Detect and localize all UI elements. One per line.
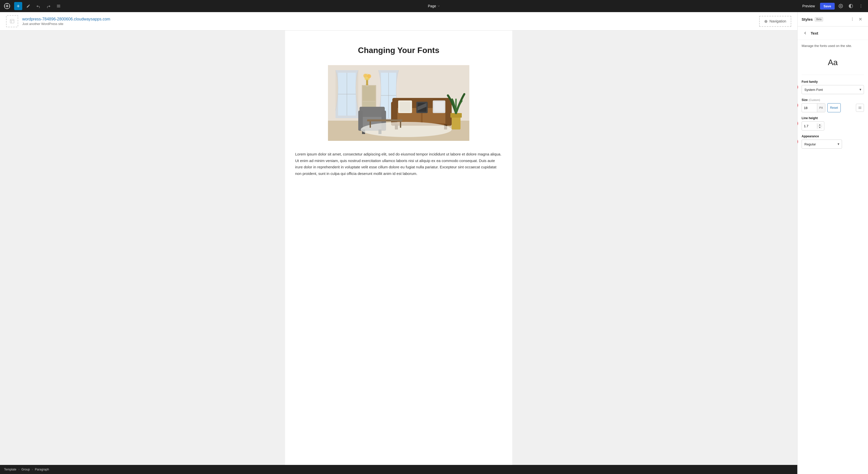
svg-point-52: [852, 18, 852, 18]
svg-rect-35: [400, 102, 410, 112]
list-view-button[interactable]: [55, 2, 63, 10]
svg-point-25: [367, 74, 371, 78]
panel-description: Manage the fonts used on the site.: [802, 44, 864, 48]
svg-point-46: [361, 122, 452, 137]
appearance-field: 4 Appearance Regular ▼: [802, 134, 864, 149]
page-content: Changing Your Fonts: [285, 31, 512, 465]
settings-button[interactable]: [837, 2, 845, 10]
spin-buttons: ▲ ▼: [817, 123, 822, 129]
svg-rect-18: [363, 86, 375, 101]
add-block-button[interactable]: [14, 2, 22, 10]
font-preview: Aa: [802, 53, 864, 75]
breadcrumb-bar: Template › Group › Paragraph: [0, 465, 797, 474]
svg-rect-6: [10, 20, 14, 23]
svg-point-4: [861, 6, 861, 6]
svg-rect-49: [400, 121, 401, 128]
post-body-text: Lorem ipsum dolor sit amet, consectetur …: [295, 151, 502, 177]
site-info: wordpress-784896-2800606.cloudwaysapps.c…: [22, 17, 755, 26]
line-height-field: 3 Line height ▲ ▼: [802, 116, 864, 130]
appearance-select[interactable]: Regular: [802, 139, 842, 149]
reset-button[interactable]: Reset: [827, 103, 841, 112]
canvas-area: wordpress-784896-2800606.cloudwaysapps.c…: [0, 12, 797, 474]
size-input-wrap: PX: [802, 103, 825, 112]
panel-header: Styles Beta: [798, 12, 868, 27]
panel-subnav: Text: [798, 27, 868, 40]
appearance-label: Appearance: [802, 134, 864, 138]
breadcrumb-sep-2: ›: [32, 468, 33, 471]
spin-up-button[interactable]: ▲: [817, 123, 822, 126]
navigation-label: Navigation: [770, 19, 786, 23]
size-row: PX Reset: [802, 103, 864, 112]
site-url[interactable]: wordpress-784896-2800606.cloudwaysapps.c…: [22, 17, 755, 22]
svg-point-5: [861, 7, 861, 7]
svg-rect-50: [452, 116, 461, 129]
navigation-icon: ⊕: [764, 19, 768, 24]
more-options-button[interactable]: [857, 2, 865, 10]
font-preview-text: Aa: [828, 58, 838, 67]
toolbar-right: Preview Save: [799, 2, 865, 10]
breadcrumb-template[interactable]: Template: [4, 468, 17, 471]
line-height-label: Line height: [802, 116, 864, 120]
badge-3: 3: [798, 120, 798, 127]
main-toolbar: Page Preview Save: [0, 0, 868, 12]
panel-body: Manage the fonts used on the site. Aa 1 …: [798, 40, 868, 474]
undo-button[interactable]: [34, 2, 42, 10]
svg-rect-47: [367, 119, 402, 121]
svg-point-3: [861, 4, 861, 5]
save-button[interactable]: Save: [820, 3, 835, 9]
font-family-select-wrapper: System Font ▼: [802, 85, 864, 94]
site-tagline: Just another WordPress site: [22, 22, 755, 26]
svg-point-53: [852, 19, 852, 20]
svg-rect-39: [434, 102, 444, 112]
badge-1: 1: [798, 84, 798, 91]
styles-panel: Styles Beta Text Manage the fonts used o…: [797, 12, 868, 474]
font-family-select[interactable]: System Font: [802, 85, 864, 94]
svg-point-1: [6, 5, 8, 7]
site-header: wordpress-784896-2800606.cloudwaysapps.c…: [0, 12, 797, 31]
size-custom: (Custom): [809, 98, 820, 101]
breadcrumb-paragraph[interactable]: Paragraph: [35, 468, 49, 471]
navigation-block[interactable]: ⊕ Navigation: [759, 16, 791, 27]
line-height-input[interactable]: [802, 123, 817, 129]
beta-badge: Beta: [815, 17, 823, 22]
edit-button[interactable]: [24, 2, 32, 10]
font-family-field: 1 Font family System Font ▼: [802, 80, 864, 94]
badge-2: 2: [798, 102, 798, 109]
size-field: 2 Size(Custom) PX Reset: [802, 98, 864, 112]
preview-button[interactable]: Preview: [799, 2, 818, 9]
badge-4: 4: [798, 138, 798, 145]
wp-logo[interactable]: [3, 2, 11, 10]
panel-title: Styles: [802, 17, 813, 22]
appearance-select-wrapper: Regular ▼: [802, 139, 842, 149]
panel-title-area: Styles Beta: [802, 17, 823, 22]
size-tools-button[interactable]: [856, 104, 864, 112]
line-height-input-wrap: ▲ ▼: [802, 121, 824, 130]
back-button[interactable]: [802, 30, 809, 37]
panel-header-icons: [849, 15, 864, 23]
spin-down-button[interactable]: ▼: [817, 126, 822, 129]
size-unit: PX: [817, 103, 825, 112]
post-title: Changing Your Fonts: [295, 46, 502, 55]
page-label: Page: [428, 4, 436, 8]
main-area: wordpress-784896-2800606.cloudwaysapps.c…: [0, 12, 868, 474]
site-logo[interactable]: [6, 15, 18, 27]
breadcrumb-group[interactable]: Group: [22, 468, 30, 471]
size-input[interactable]: [802, 104, 817, 111]
panel-close-button[interactable]: [857, 15, 864, 23]
svg-rect-48: [370, 121, 371, 128]
redo-button[interactable]: [44, 2, 53, 10]
svg-point-54: [852, 20, 852, 21]
panel-more-button[interactable]: [849, 15, 856, 23]
svg-point-24: [363, 74, 367, 78]
page-selector[interactable]: Page: [428, 4, 440, 8]
post-image: [328, 65, 469, 141]
breadcrumb-sep-1: ›: [19, 468, 20, 471]
theme-toggle-button[interactable]: [847, 2, 855, 10]
panel-section-title: Text: [811, 31, 818, 35]
svg-rect-41: [360, 107, 385, 117]
font-family-label: Font family: [802, 80, 864, 84]
size-label: Size(Custom): [802, 98, 864, 102]
